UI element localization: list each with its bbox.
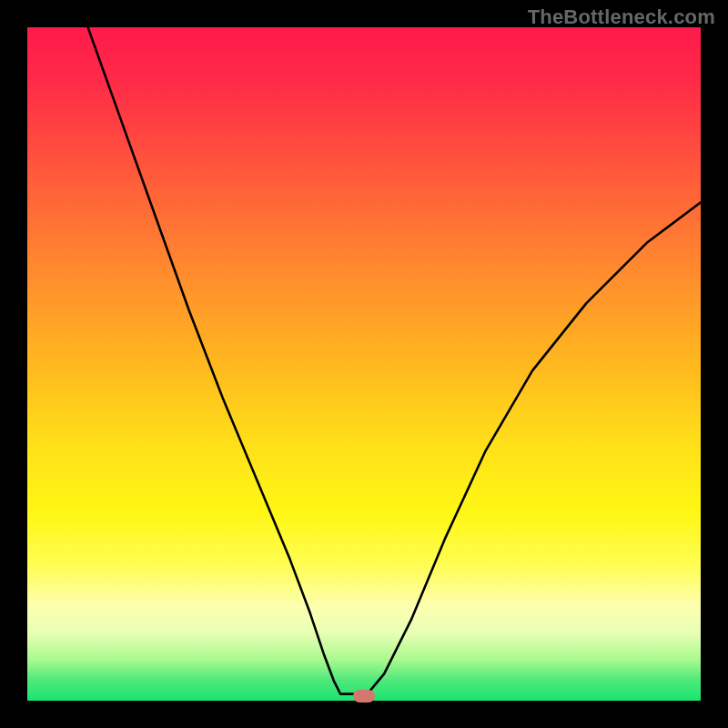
curve-path [88, 27, 701, 694]
watermark-text: TheBottleneck.com [528, 5, 715, 29]
optimal-marker [353, 690, 375, 703]
plot-area [27, 27, 701, 701]
chart-frame: TheBottleneck.com [0, 0, 728, 728]
bottleneck-curve [27, 27, 701, 701]
